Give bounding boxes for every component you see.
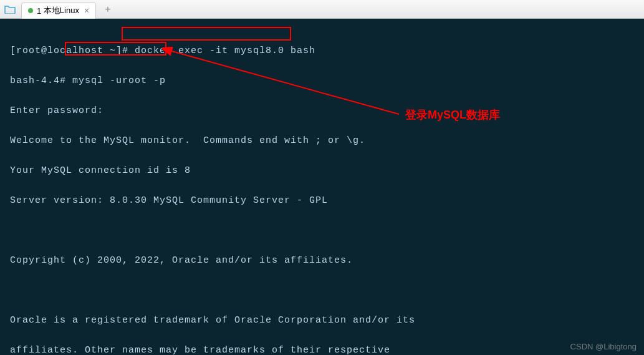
add-tab-button[interactable]: + [101, 4, 114, 15]
output-copyright: Copyright (c) 2000, 2022, Oracle and/or … [10, 253, 639, 268]
tab-bar: 1 本地Linux × + [0, 0, 644, 19]
status-dot-icon [28, 8, 33, 13]
watermark: CSDN @Libigtong [570, 342, 637, 351]
output-trademark-2: affiliates. Other names may be trademark… [10, 343, 639, 355]
output-enter-password: Enter password: [10, 104, 639, 119]
shell-prompt: [root@localhost ~]# [10, 46, 128, 56]
bash-prompt: bash-4.4# [10, 75, 66, 86]
output-welcome: Welcome to the MySQL monitor. Commands e… [10, 134, 639, 148]
folder-icon[interactable] [4, 3, 16, 16]
output-server-version: Server version: 8.0.30 MySQL Community S… [10, 193, 639, 208]
command-mysql-login: mysql -uroot -p [72, 75, 166, 86]
output-connection-id: Your MySQL connection id is 8 [10, 163, 639, 178]
annotation-label: 登录MySQL数据库 [405, 107, 500, 122]
tab-local-linux[interactable]: 1 本地Linux × [21, 2, 96, 19]
tab-index: 1 [37, 6, 41, 16]
tab-title: 本地Linux [44, 5, 79, 16]
command-docker-exec: docker exec -it mysql8.0 bash [135, 46, 315, 56]
close-icon[interactable]: × [84, 6, 89, 16]
terminal-area[interactable]: [root@localhost ~]# docker exec -it mysq… [0, 19, 644, 355]
output-trademark-1: Oracle is a registered trademark of Orac… [10, 313, 639, 328]
